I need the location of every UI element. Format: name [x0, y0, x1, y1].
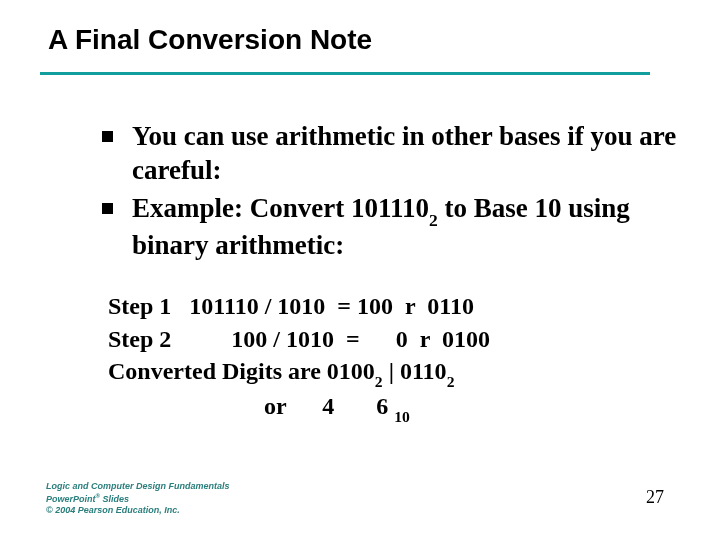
footer-line2b: Slides: [100, 494, 129, 504]
slide-title: A Final Conversion Note: [48, 24, 372, 56]
bullet-list: You can use arithmetic in other bases if…: [62, 120, 702, 267]
footer-line1: Logic and Computer Design Fundamentals: [46, 481, 230, 492]
bullet-2-sub: 2: [429, 210, 438, 230]
footer-line2: PowerPoint® Slides: [46, 493, 230, 505]
bullet-1: You can use arithmetic in other bases if…: [102, 120, 702, 188]
step-2: Step 2 100 / 1010 = 0 r 0100: [108, 326, 490, 352]
step-1: Step 1 101110 / 1010 = 100 r 0110: [108, 293, 474, 319]
step-3-mid: | 0110: [383, 358, 447, 384]
step-4-sub: 10: [394, 408, 410, 425]
footer-credit: Logic and Computer Design Fundamentals P…: [46, 481, 230, 516]
footer-line3: © 2004 Pearson Education, Inc.: [46, 505, 230, 516]
title-underline: [40, 72, 650, 75]
step-4: or 4 6: [108, 393, 394, 419]
page-number: 27: [646, 487, 664, 508]
footer-line2a: PowerPoint: [46, 494, 96, 504]
bullet-1-text: You can use arithmetic in other bases if…: [132, 121, 676, 185]
slide: A Final Conversion Note You can use arit…: [0, 0, 720, 540]
step-3-sub1: 2: [375, 373, 383, 390]
bullet-2: Example: Convert 1011102 to Base 10 usin…: [102, 192, 702, 263]
bullet-2-pre: Example: Convert 101110: [132, 193, 429, 223]
step-3-sub2: 2: [447, 373, 455, 390]
steps-block: Step 1 101110 / 1010 = 100 r 0110 Step 2…: [108, 258, 490, 457]
step-3-pre: Converted Digits are 0100: [108, 358, 375, 384]
